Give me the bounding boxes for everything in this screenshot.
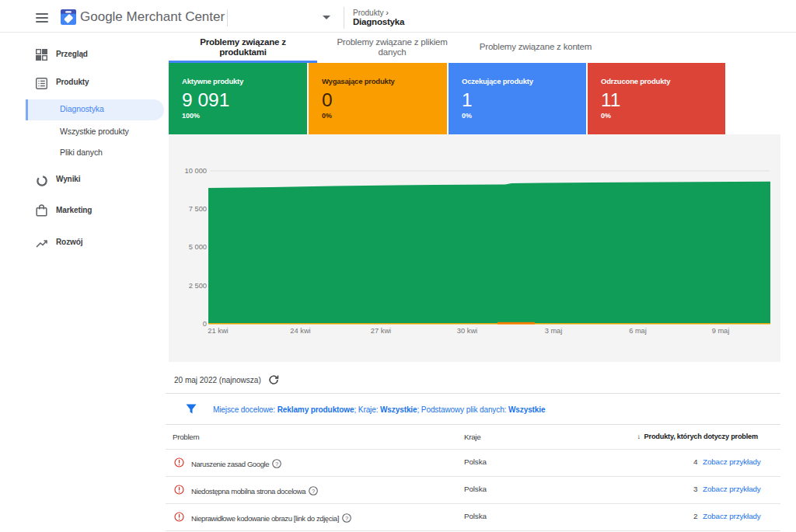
svg-text:0: 0 xyxy=(203,320,207,328)
svg-text:27 kwi: 27 kwi xyxy=(371,327,391,335)
svg-text:9 maj: 9 maj xyxy=(712,327,730,335)
svg-text:2 500: 2 500 xyxy=(189,282,207,290)
svg-text:?: ? xyxy=(275,461,278,468)
svg-text:7 500: 7 500 xyxy=(189,205,207,213)
svg-text:?: ? xyxy=(345,515,348,522)
svg-text:10 000: 10 000 xyxy=(185,167,207,175)
svg-text:30 kwi: 30 kwi xyxy=(457,327,477,335)
svg-text:6 maj: 6 maj xyxy=(629,327,647,335)
svg-text:?: ? xyxy=(312,488,315,495)
svg-text:24 kwi: 24 kwi xyxy=(290,327,310,335)
svg-text:21 kwi: 21 kwi xyxy=(208,327,228,335)
svg-text:5 000: 5 000 xyxy=(189,243,207,251)
svg-text:3 maj: 3 maj xyxy=(545,327,563,335)
